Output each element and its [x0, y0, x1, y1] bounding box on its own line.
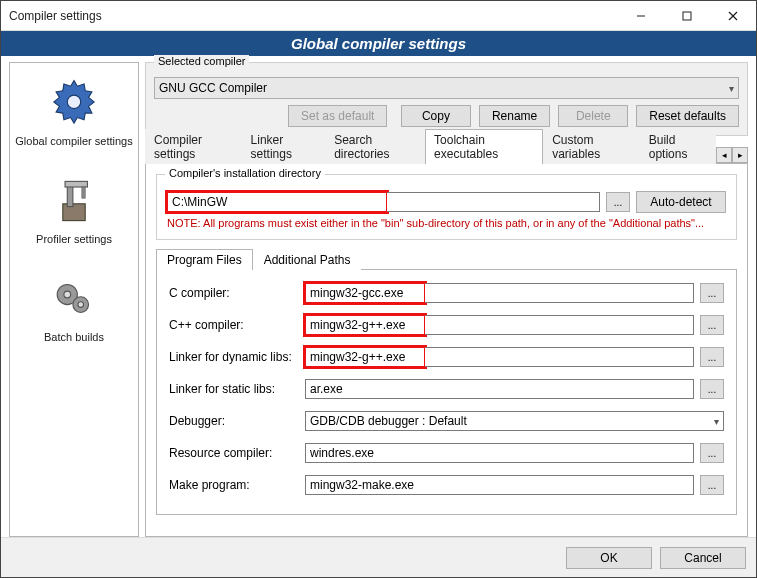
maximize-button[interactable]	[664, 1, 710, 30]
field-label: Debugger:	[169, 414, 299, 428]
svg-rect-7	[65, 181, 87, 187]
autodetect-button[interactable]: Auto-detect	[636, 191, 726, 213]
tab-toolchain-executables[interactable]: Toolchain executables	[425, 129, 543, 164]
tab-build-options[interactable]: Build options	[640, 129, 716, 164]
svg-point-11	[64, 291, 71, 298]
svg-point-4	[67, 95, 80, 108]
minimize-button[interactable]	[618, 1, 664, 30]
set-default-button[interactable]: Set as default	[288, 105, 387, 127]
row-linker-dynamic: Linker for dynamic libs: mingw32-g++.exe…	[169, 344, 724, 370]
profiler-icon	[46, 173, 102, 229]
copy-button[interactable]: Copy	[401, 105, 471, 127]
sidebar-item-batch-builds[interactable]: Batch builds	[12, 267, 136, 347]
row-resource-compiler: Resource compiler: windres.exe ...	[169, 440, 724, 466]
browse-button[interactable]: ...	[700, 347, 724, 367]
field-label: Resource compiler:	[169, 446, 299, 460]
rename-button[interactable]: Rename	[479, 105, 550, 127]
tab-panel-toolchain: Compiler's installation directory C:\Min…	[145, 164, 748, 537]
tab-linker-settings[interactable]: Linker settings	[242, 129, 326, 164]
sidebar-item-global-compiler[interactable]: Global compiler settings	[12, 71, 136, 151]
field-label: C compiler:	[169, 286, 299, 300]
gear-icon	[46, 75, 102, 131]
install-dir-note: NOTE: All programs must exist either in …	[167, 217, 726, 229]
tab-compiler-settings[interactable]: Compiler settings	[145, 129, 242, 164]
compiler-value: GNU GCC Compiler	[159, 81, 267, 95]
content-area: Selected compiler GNU GCC Compiler ▾ Set…	[145, 62, 748, 537]
window-controls	[618, 1, 756, 30]
browse-button[interactable]: ...	[700, 315, 724, 335]
linker-static-input[interactable]: ar.exe	[305, 379, 694, 399]
tab-scroll-left[interactable]: ◂	[716, 147, 732, 163]
sidebar-item-profiler[interactable]: Profiler settings	[12, 169, 136, 249]
resource-compiler-input[interactable]: windres.exe	[305, 443, 694, 463]
debugger-select[interactable]: GDB/CDB debugger : Default ▾	[305, 411, 724, 431]
browse-button[interactable]: ...	[700, 475, 724, 495]
ok-button[interactable]: OK	[566, 547, 652, 569]
c-compiler-input[interactable]: mingw32-gcc.exe	[305, 283, 425, 303]
svg-rect-5	[63, 204, 85, 221]
sidebar-item-label: Batch builds	[44, 331, 104, 343]
page-title: Global compiler settings	[291, 35, 466, 52]
make-program-input[interactable]: mingw32-make.exe	[305, 475, 694, 495]
compiler-dropdown[interactable]: GNU GCC Compiler ▾	[154, 77, 739, 99]
cpp-compiler-input[interactable]: mingw32-g++.exe	[305, 315, 425, 335]
field-label: Linker for dynamic libs:	[169, 350, 299, 364]
svg-rect-1	[683, 12, 691, 20]
group-label: Selected compiler	[154, 55, 249, 67]
linker-dynamic-input[interactable]: mingw32-g++.exe	[305, 347, 425, 367]
browse-button[interactable]: ...	[700, 379, 724, 399]
field-label: Make program:	[169, 478, 299, 492]
group-label: Compiler's installation directory	[165, 167, 325, 179]
browse-button[interactable]: ...	[700, 443, 724, 463]
field-label: C++ compiler:	[169, 318, 299, 332]
tab-custom-variables[interactable]: Custom variables	[543, 129, 640, 164]
chevron-down-icon: ▾	[729, 83, 734, 94]
install-dir-input[interactable]: C:\MinGW	[167, 192, 387, 212]
dialog-footer: OK Cancel	[1, 537, 756, 577]
install-dir-group: Compiler's installation directory C:\Min…	[156, 174, 737, 240]
subtab-additional-paths[interactable]: Additional Paths	[253, 249, 362, 270]
row-linker-static: Linker for static libs: ar.exe ...	[169, 376, 724, 402]
browse-button[interactable]: ...	[700, 283, 724, 303]
row-c-compiler: C compiler: mingw32-gcc.exe ...	[169, 280, 724, 306]
svg-point-12	[78, 302, 84, 308]
row-make-program: Make program: mingw32-make.exe ...	[169, 472, 724, 498]
browse-button[interactable]: ...	[606, 192, 630, 212]
tab-search-directories[interactable]: Search directories	[325, 129, 425, 164]
reset-defaults-button[interactable]: Reset defaults	[636, 105, 739, 127]
subtab-program-files[interactable]: Program Files	[156, 249, 253, 270]
svg-rect-8	[82, 187, 85, 198]
main-tabstrip: Compiler settings Linker settings Search…	[145, 142, 748, 164]
field-label: Linker for static libs:	[169, 382, 299, 396]
chevron-down-icon: ▾	[714, 416, 719, 427]
row-debugger: Debugger: GDB/CDB debugger : Default ▾	[169, 408, 724, 434]
window-title: Compiler settings	[9, 9, 618, 23]
sidebar-item-label: Global compiler settings	[15, 135, 132, 147]
sidebar-item-label: Profiler settings	[36, 233, 112, 245]
titlebar: Compiler settings	[1, 1, 756, 31]
sub-tabstrip: Program Files Additional Paths	[156, 248, 737, 270]
category-sidebar: Global compiler settings Profiler settin…	[9, 62, 139, 537]
close-button[interactable]	[710, 1, 756, 30]
row-cpp-compiler: C++ compiler: mingw32-g++.exe ...	[169, 312, 724, 338]
selected-compiler-group: Selected compiler GNU GCC Compiler ▾ Set…	[145, 62, 748, 136]
install-dir-input-ext[interactable]	[387, 192, 600, 212]
cancel-button[interactable]: Cancel	[660, 547, 746, 569]
program-files-panel: C compiler: mingw32-gcc.exe ... C++ comp…	[156, 270, 737, 515]
gears-icon	[46, 271, 102, 327]
page-header: Global compiler settings	[1, 31, 756, 56]
tab-scroll-right[interactable]: ▸	[732, 147, 748, 163]
delete-button[interactable]: Delete	[558, 105, 628, 127]
